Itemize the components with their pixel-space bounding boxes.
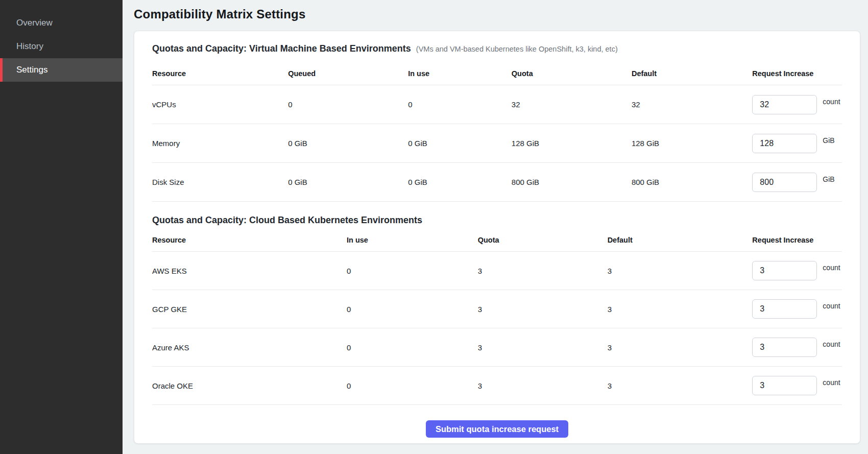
queued-value: 0 GiB <box>288 124 408 163</box>
memory-request-input[interactable] <box>752 134 817 153</box>
queued-value: 0 <box>288 85 408 124</box>
column-header-resource: Resource <box>152 232 347 252</box>
unit-label: count <box>823 302 840 310</box>
sidebar-item-label: Settings <box>16 65 47 75</box>
unit-label: GiB <box>823 175 834 183</box>
cloud-quota-table: Resource In use Quota Default Request In… <box>152 232 842 405</box>
column-header-quota: Quota <box>512 63 632 85</box>
column-header-default: Default <box>608 232 753 252</box>
default-value: 800 GiB <box>632 163 752 202</box>
in-use-value: 0 <box>347 252 478 290</box>
sidebar-item-history[interactable]: History <box>0 35 123 58</box>
vcpus-request-input[interactable] <box>752 95 817 114</box>
unit-label: count <box>823 340 840 348</box>
unit-label: count <box>823 378 840 387</box>
in-use-value: 0 <box>347 290 478 328</box>
table-row-disk-size: Disk Size 0 GiB 0 GiB 800 GiB 800 GiB Gi… <box>152 163 842 202</box>
table-row-vcpus: vCPUs 0 0 32 32 count <box>152 85 842 124</box>
in-use-value: 0 <box>408 85 512 124</box>
disk-size-request-input[interactable] <box>752 173 817 192</box>
vm-section-title: Quotas and Capacity: Virtual Machine Bas… <box>152 43 411 54</box>
vm-table-header-row: Resource Queued In use Quota Default Req… <box>152 63 842 85</box>
quota-value: 3 <box>478 252 608 290</box>
default-value: 3 <box>608 328 753 367</box>
table-row-oracle-oke: Oracle OKE 0 3 3 count <box>152 367 842 405</box>
column-header-queued: Queued <box>288 63 408 85</box>
unit-label: count <box>823 98 840 106</box>
sidebar: Overview History Settings <box>0 0 123 454</box>
request-increase-cell: GiB <box>752 134 842 153</box>
submit-row: Submit quota increase request <box>152 420 842 438</box>
column-header-in-use: In use <box>347 232 478 252</box>
request-increase-cell: count <box>752 299 842 319</box>
resource-name: Azure AKS <box>152 328 347 367</box>
table-row-memory: Memory 0 GiB 0 GiB 128 GiB 128 GiB GiB <box>152 124 842 163</box>
column-header-resource: Resource <box>152 63 288 85</box>
resource-name: Memory <box>152 124 288 163</box>
unit-label: count <box>823 264 840 272</box>
resource-name: vCPUs <box>152 85 288 124</box>
request-increase-cell: count <box>752 338 842 357</box>
sidebar-item-label: History <box>16 41 43 52</box>
quota-value: 3 <box>478 367 608 405</box>
request-increase-cell: count <box>752 376 842 395</box>
default-value: 3 <box>608 290 753 328</box>
quota-settings-card: Quotas and Capacity: Virtual Machine Bas… <box>134 31 860 444</box>
vm-section-header: Quotas and Capacity: Virtual Machine Bas… <box>152 43 842 54</box>
page-title: Compatibility Matrix Settings <box>134 6 860 22</box>
column-header-request-increase: Request Increase <box>752 232 842 252</box>
main-content: Compatibility Matrix Settings Quotas and… <box>123 0 868 454</box>
sidebar-item-label: Overview <box>16 18 53 28</box>
column-header-default: Default <box>632 63 752 85</box>
table-row-gcp-gke: GCP GKE 0 3 3 count <box>152 290 842 328</box>
column-header-in-use: In use <box>408 63 512 85</box>
vm-quota-table: Resource Queued In use Quota Default Req… <box>152 63 842 202</box>
table-row-aws-eks: AWS EKS 0 3 3 count <box>152 252 842 290</box>
azure-aks-request-input[interactable] <box>752 338 817 357</box>
quota-value: 3 <box>478 328 608 367</box>
in-use-value: 0 <box>347 328 478 367</box>
unit-label: GiB <box>823 136 834 145</box>
cloud-section-title: Quotas and Capacity: Cloud Based Kuberne… <box>152 215 422 226</box>
quota-value: 128 GiB <box>512 124 632 163</box>
column-header-quota: Quota <box>478 232 608 252</box>
cloud-quotas-section: Quotas and Capacity: Cloud Based Kuberne… <box>152 215 842 405</box>
cloud-section-header: Quotas and Capacity: Cloud Based Kuberne… <box>152 215 842 226</box>
request-increase-cell: GiB <box>752 173 842 192</box>
in-use-value: 0 <box>347 367 478 405</box>
submit-quota-increase-button[interactable]: Submit quota increase request <box>426 420 568 438</box>
cloud-table-header-row: Resource In use Quota Default Request In… <box>152 232 842 252</box>
column-header-request-increase: Request Increase <box>752 63 842 85</box>
resource-name: GCP GKE <box>152 290 347 328</box>
sidebar-item-overview[interactable]: Overview <box>0 11 123 35</box>
oracle-oke-request-input[interactable] <box>752 376 817 395</box>
resource-name: Disk Size <box>152 163 288 202</box>
request-increase-cell: count <box>752 261 842 280</box>
vm-quotas-section: Quotas and Capacity: Virtual Machine Bas… <box>152 43 842 202</box>
quota-value: 800 GiB <box>512 163 632 202</box>
quota-value: 32 <box>512 85 632 124</box>
gcp-gke-request-input[interactable] <box>752 299 817 319</box>
sidebar-item-settings[interactable]: Settings <box>0 58 123 82</box>
default-value: 128 GiB <box>632 124 752 163</box>
default-value: 32 <box>632 85 752 124</box>
in-use-value: 0 GiB <box>408 124 512 163</box>
queued-value: 0 GiB <box>288 163 408 202</box>
default-value: 3 <box>608 252 753 290</box>
resource-name: Oracle OKE <box>152 367 347 405</box>
in-use-value: 0 GiB <box>408 163 512 202</box>
aws-eks-request-input[interactable] <box>752 261 817 280</box>
vm-section-subtitle: (VMs and VM-based Kubernetes like OpenSh… <box>416 45 618 53</box>
quota-value: 3 <box>478 290 608 328</box>
table-row-azure-aks: Azure AKS 0 3 3 count <box>152 328 842 367</box>
default-value: 3 <box>608 367 753 405</box>
request-increase-cell: count <box>752 95 842 114</box>
resource-name: AWS EKS <box>152 252 347 290</box>
